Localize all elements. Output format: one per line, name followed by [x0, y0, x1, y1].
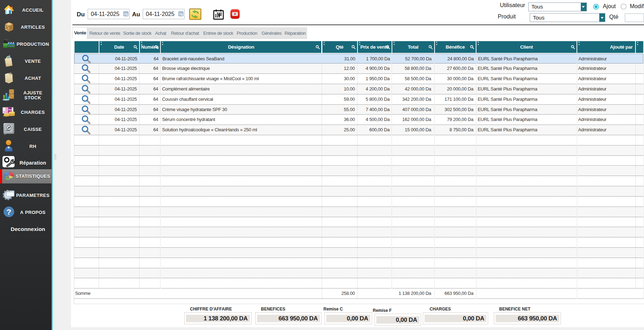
svg-text:500: 500 — [9, 108, 13, 111]
svg-text:~•~~: ~•~~ — [4, 38, 9, 40]
svg-text:?: ? — [6, 208, 11, 216]
